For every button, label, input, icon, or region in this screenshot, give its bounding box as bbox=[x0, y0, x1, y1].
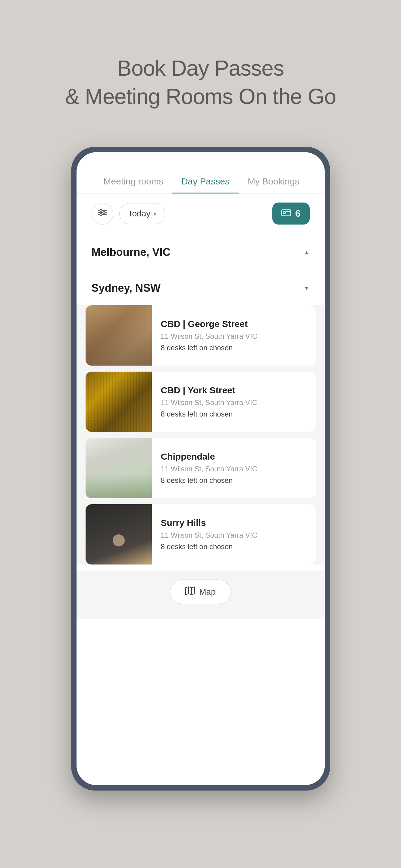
chevron-down-loc-icon: ▼ bbox=[304, 285, 310, 292]
venue-info-chippendale: Chippendale 11 Wilson St, South Yarra VI… bbox=[152, 438, 316, 498]
venue-image-george-street bbox=[86, 305, 152, 366]
hero-line1: Book Day Passes bbox=[65, 54, 336, 83]
hero-section: Book Day Passes & Meeting Rooms On the G… bbox=[65, 54, 336, 111]
venue-address-york-street: 11 Wilson St, South Yarra VIC bbox=[161, 398, 307, 407]
venue-image-chippendale bbox=[86, 438, 152, 498]
venue-address-george-street: 11 Wilson St, South Yarra VIC bbox=[161, 332, 307, 341]
svg-point-1 bbox=[100, 210, 102, 212]
map-button[interactable]: Map bbox=[170, 580, 231, 604]
toolbar: Today ▾ 6 bbox=[76, 193, 325, 234]
venue-desks-surry-hills: 8 desks left on chosen bbox=[161, 542, 307, 551]
bookings-badge-button[interactable]: 6 bbox=[272, 203, 310, 224]
venue-card-surry-hills[interactable]: Surry Hills 11 Wilson St, South Yarra VI… bbox=[86, 504, 316, 564]
location-sydney-header[interactable]: Sydney, NSW ▼ bbox=[76, 271, 325, 305]
chevron-down-icon: ▾ bbox=[153, 210, 156, 217]
svg-marker-10 bbox=[186, 587, 195, 595]
venue-name-chippendale: Chippendale bbox=[161, 452, 307, 462]
chevron-up-icon: ▲ bbox=[304, 249, 310, 256]
venue-image-surry-hills bbox=[86, 504, 152, 564]
date-label: Today bbox=[128, 209, 151, 218]
filter-button[interactable] bbox=[92, 203, 113, 224]
hero-line2: & Meeting Rooms On the Go bbox=[65, 83, 336, 111]
venue-image-york-street bbox=[86, 372, 152, 432]
location-melbourne-name: Melbourne, VIC bbox=[92, 246, 170, 258]
location-melbourne-header[interactable]: Melbourne, VIC ▲ bbox=[76, 235, 325, 270]
venue-info-surry-hills: Surry Hills 11 Wilson St, South Yarra VI… bbox=[152, 504, 316, 564]
phone-screen: Meeting rooms Day Passes My Bookings bbox=[76, 152, 325, 785]
map-label: Map bbox=[199, 587, 215, 597]
venue-info-george-street: CBD | George Street 11 Wilson St, South … bbox=[152, 305, 316, 366]
id-card-icon bbox=[281, 209, 291, 219]
tab-meeting-rooms[interactable]: Meeting rooms bbox=[95, 170, 172, 193]
svg-point-5 bbox=[100, 214, 102, 216]
filter-icon bbox=[98, 209, 107, 218]
location-melbourne: Melbourne, VIC ▲ bbox=[76, 235, 325, 270]
venue-address-surry-hills: 11 Wilson St, South Yarra VIC bbox=[161, 531, 307, 539]
map-button-wrapper: Map bbox=[76, 570, 325, 619]
venue-address-chippendale: 11 Wilson St, South Yarra VIC bbox=[161, 465, 307, 473]
venue-card-chippendale[interactable]: Chippendale 11 Wilson St, South Yarra VI… bbox=[86, 438, 316, 498]
screen-inner: Meeting rooms Day Passes My Bookings bbox=[76, 152, 325, 785]
badge-count: 6 bbox=[295, 208, 301, 219]
venue-card-george-street[interactable]: CBD | George Street 11 Wilson St, South … bbox=[86, 305, 316, 366]
venue-desks-york-street: 8 desks left on chosen bbox=[161, 410, 307, 418]
map-icon bbox=[185, 587, 195, 597]
venue-info-york-street: CBD | York Street 11 Wilson St, South Ya… bbox=[152, 372, 316, 432]
tab-my-bookings[interactable]: My Bookings bbox=[239, 170, 308, 193]
tab-day-passes[interactable]: Day Passes bbox=[172, 170, 239, 193]
svg-point-3 bbox=[103, 212, 105, 214]
venue-name-york-street: CBD | York Street bbox=[161, 385, 307, 396]
phone-mockup: Meeting rooms Day Passes My Bookings bbox=[71, 147, 330, 790]
svg-point-7 bbox=[283, 211, 286, 214]
location-sydney: Sydney, NSW ▼ CBD | George Street 11 Wil… bbox=[76, 271, 325, 564]
venue-name-surry-hills: Surry Hills bbox=[161, 518, 307, 528]
venue-desks-george-street: 8 desks left on chosen bbox=[161, 344, 307, 352]
venue-desks-chippendale: 8 desks left on chosen bbox=[161, 476, 307, 485]
venue-name-george-street: CBD | George Street bbox=[161, 319, 307, 329]
date-picker-button[interactable]: Today ▾ bbox=[119, 203, 165, 224]
venue-list: CBD | George Street 11 Wilson St, South … bbox=[76, 305, 325, 564]
venue-card-york-street[interactable]: CBD | York Street 11 Wilson St, South Ya… bbox=[86, 372, 316, 432]
tab-bar: Meeting rooms Day Passes My Bookings bbox=[76, 152, 325, 193]
location-sydney-name: Sydney, NSW bbox=[92, 282, 161, 294]
